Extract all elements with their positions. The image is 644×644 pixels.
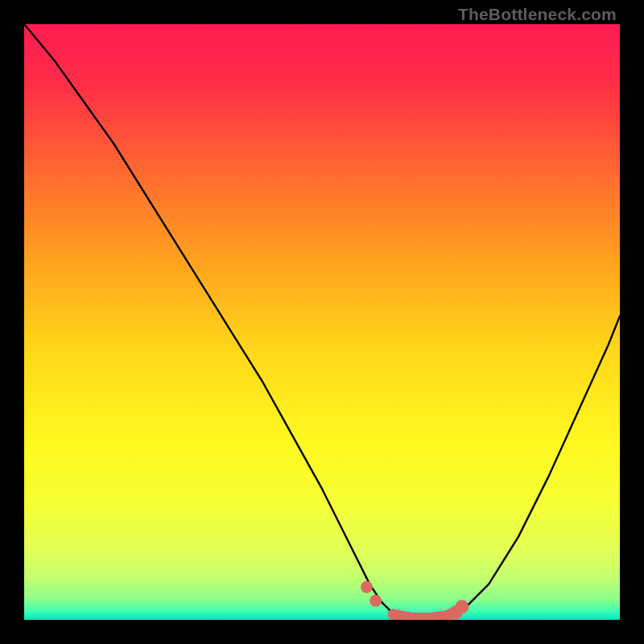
svg-point-1 [361, 581, 373, 593]
chart-svg [24, 24, 620, 620]
sweet-spot-markers [394, 612, 456, 618]
chart-frame: TheBottleneck.com [0, 0, 644, 644]
bottleneck-curve [24, 24, 620, 619]
watermark-text: TheBottleneck.com [458, 5, 617, 24]
svg-point-2 [369, 595, 382, 607]
svg-point-4 [455, 600, 469, 613]
plot-area [24, 24, 620, 620]
